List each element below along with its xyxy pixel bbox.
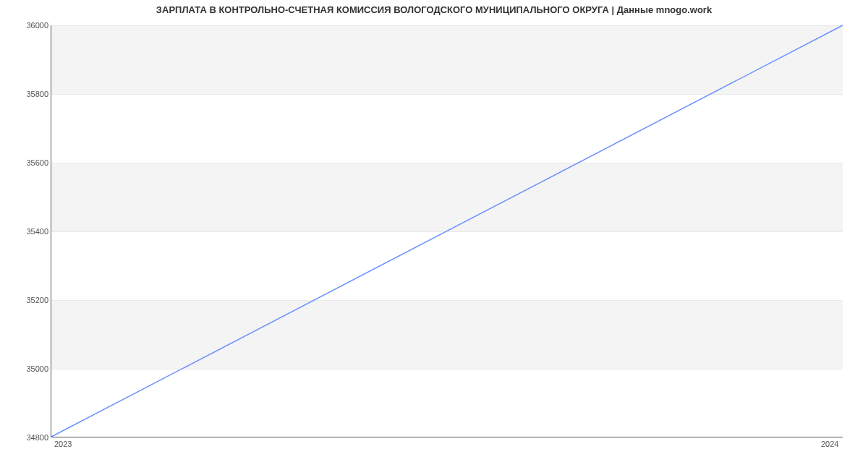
chart-title: ЗАРПЛАТА В КОНТРОЛЬНО-СЧЕТНАЯ КОМИССИЯ В… [0,4,868,15]
line-svg [51,25,843,437]
series-line [51,25,843,437]
plot-area [51,25,843,437]
xtick-0: 2023 [54,440,72,448]
ytick-3: 35400 [5,227,48,236]
chart-container: ЗАРПЛАТА В КОНТРОЛЬНО-СЧЕТНАЯ КОМИССИЯ В… [0,0,868,470]
ytick-0: 34800 [5,433,48,442]
xtick-1: 2024 [821,440,838,448]
ytick-4: 35600 [5,158,48,167]
ytick-1: 35000 [5,364,48,373]
ytick-5: 35800 [5,90,48,98]
ytick-2: 35200 [5,296,48,304]
ytick-6: 36000 [5,21,48,30]
